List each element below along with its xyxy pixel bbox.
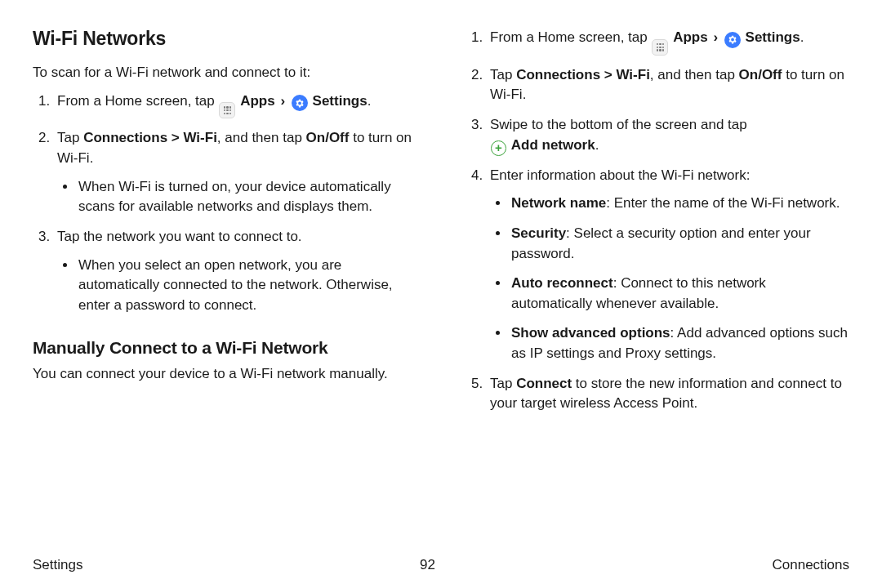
step2-b: , and then tap [650,67,739,82]
step2-onoff: On/Off [739,67,782,82]
bullet-auto-reconnect: Auto reconnect: Connect to this network … [510,274,849,314]
step-1: From a Home screen, tap Apps › Settings. [487,28,849,56]
step1-text-a: From a Home screen, tap [57,93,218,109]
step5-a: Tap [490,376,516,391]
step-2: Tap Connections > Wi-Fi, and then tap On… [487,65,849,105]
bullet-security: Security: Select a security option and e… [510,224,849,264]
heading-wifi-networks: Wi-Fi Networks [33,28,416,50]
step2-path: Connections > Wi-Fi [516,67,650,82]
step3-bullet: When you select an open network, you are… [77,256,416,316]
intro-manual: You can connect your device to a Wi-Fi n… [33,364,416,385]
step-2: Tap Connections > Wi-Fi, and then tap On… [54,128,416,217]
bullet-advanced: Show advanced options: Add advanced opti… [510,323,849,363]
netname-title: Network name [511,195,606,211]
security-title: Security [511,225,566,241]
step4-sublist: Network name: Enter the name of the Wi-F… [490,194,849,363]
settings-label: Settings [313,93,368,109]
adv-title: Show advanced options [511,325,670,341]
footer-page-number: 92 [420,557,435,573]
chevron-right-icon: › [711,29,719,45]
step3-text: Tap the network you want to connect to. [57,229,302,244]
steps-manual-list: From a Home screen, tap Apps › Settings.… [466,28,849,414]
step2-b: , and then tap [217,130,306,145]
period: . [800,29,804,45]
right-column: From a Home screen, tap Apps › Settings.… [466,28,849,532]
plus-icon [491,140,506,156]
step3-a: Swipe to the bottom of the screen and ta… [490,117,747,132]
step1-text-a: From a Home screen, tap [490,29,651,45]
step3-sublist: When you select an open network, you are… [57,256,416,316]
steps-scan-list: From a Home screen, tap Apps › Settings.… [33,91,416,316]
apps-label: Apps [673,29,708,45]
step-4: Enter information about the Wi-Fi networ… [487,166,849,364]
period: . [595,137,599,153]
gear-icon [724,32,741,48]
footer-right: Connections [772,557,849,573]
footer-left: Settings [33,557,82,573]
step5-connect: Connect [516,376,572,391]
auto-title: Auto reconnect [511,275,613,291]
step-5: Tap Connect to store the new information… [487,374,849,414]
step-3: Swipe to the bottom of the screen and ta… [487,115,849,156]
step2-bullet: When Wi-Fi is turned on, your device aut… [77,177,416,217]
settings-label: Settings [746,29,800,45]
period: . [368,93,372,109]
apps-label: Apps [240,93,275,109]
apps-icon [652,39,668,56]
netname-desc: : Enter the name of the Wi-Fi network. [606,195,840,211]
page-footer: Settings 92 Connections [33,532,849,573]
bullet-network-name: Network name: Enter the name of the Wi-F… [510,194,849,214]
chevron-right-icon: › [278,93,287,109]
page-body: Wi-Fi Networks To scan for a Wi-Fi netwo… [33,28,849,532]
step-3: Tap the network you want to connect to. … [54,227,416,316]
step-1: From a Home screen, tap Apps › Settings. [54,91,416,119]
step2-onoff: On/Off [306,130,350,145]
add-network-label: Add network [511,137,595,153]
step2-a: Tap [490,67,516,82]
step2-sublist: When Wi-Fi is turned on, your device aut… [57,177,416,217]
step2-a: Tap [57,130,83,145]
step4-text: Enter information about the Wi-Fi networ… [490,167,750,183]
apps-icon [219,102,235,118]
step2-path: Connections > Wi-Fi [83,130,217,145]
heading-manually-connect: Manually Connect to a Wi-Fi Network [33,338,416,358]
intro-scan: To scan for a Wi-Fi network and connect … [33,63,416,83]
left-column: Wi-Fi Networks To scan for a Wi-Fi netwo… [33,28,416,532]
gear-icon [292,95,308,111]
